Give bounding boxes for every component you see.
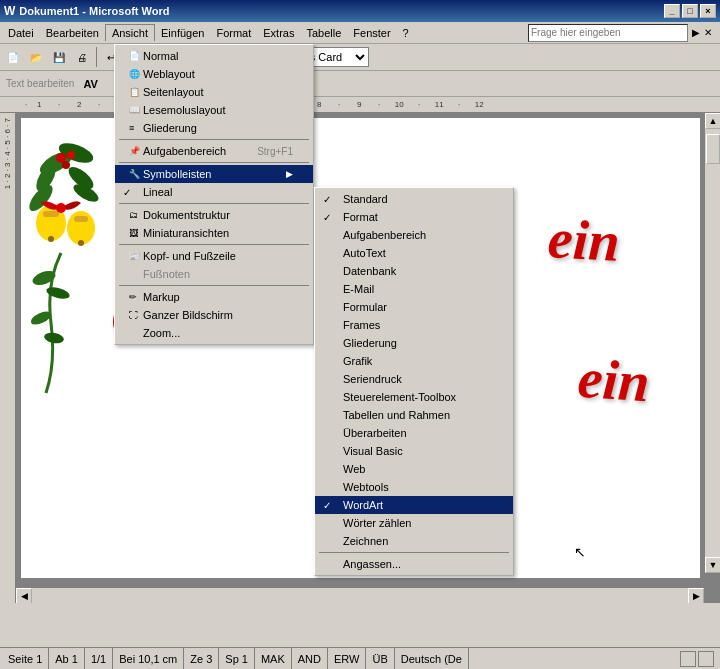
menu-item-format[interactable]: Format bbox=[210, 25, 257, 41]
symb-item-ueberarbeiten[interactable]: Überarbeiten bbox=[315, 424, 513, 442]
close-icon[interactable]: ✕ bbox=[704, 27, 712, 38]
ansicht-item-mini-icon: 🖼 bbox=[129, 228, 141, 238]
symb-item-steuerelement[interactable]: Steuerelement-Toolbox bbox=[315, 388, 513, 406]
status-sp: Sp 1 bbox=[219, 648, 255, 669]
status-pos: Bei 10,1 cm bbox=[113, 648, 184, 669]
close-button[interactable]: × bbox=[700, 4, 716, 18]
ansicht-item-dok-label: Dokumentstruktur bbox=[143, 209, 230, 221]
symb-item-anpassen-label: Angassen... bbox=[343, 558, 401, 570]
separator-4 bbox=[119, 244, 309, 245]
separator-1 bbox=[119, 139, 309, 140]
symb-item-webtools-label: Webtools bbox=[343, 481, 389, 493]
ansicht-item-ganzerbildschirm[interactable]: ⛶ Ganzer Bildschirm bbox=[115, 306, 313, 324]
symb-item-seriendruck[interactable]: Seriendruck bbox=[315, 370, 513, 388]
search-arrow-icon[interactable]: ▶ bbox=[692, 27, 700, 38]
symb-item-gliederung[interactable]: Gliederung bbox=[315, 334, 513, 352]
symb-item-web[interactable]: Web bbox=[315, 460, 513, 478]
ansicht-item-lesemodus[interactable]: 📖 Lesemoluslayout bbox=[115, 101, 313, 119]
maximize-button[interactable]: □ bbox=[682, 4, 698, 18]
symb-item-zeichnen[interactable]: Zeichnen bbox=[315, 532, 513, 550]
status-ub: ÜB bbox=[366, 648, 394, 669]
ansicht-item-gliederung-label: Gliederung bbox=[143, 122, 197, 134]
symb-item-grafik[interactable]: Grafik bbox=[315, 352, 513, 370]
menu-item-bearbeiten[interactable]: Bearbeiten bbox=[40, 25, 105, 41]
menu-item-datei[interactable]: Datei bbox=[2, 25, 40, 41]
separator1 bbox=[96, 47, 97, 67]
menu-item-einfuegen[interactable]: Einfügen bbox=[155, 25, 210, 41]
ansicht-item-symbol-icon: 🔧 bbox=[129, 169, 141, 179]
scroll-thumb-v[interactable] bbox=[706, 134, 720, 164]
symb-item-wordart-label: WordArt bbox=[343, 499, 383, 511]
ansicht-item-markup[interactable]: ✏ Markup bbox=[115, 288, 313, 306]
ansicht-item-seitenlayout[interactable]: 📋 Seitenlayout bbox=[115, 83, 313, 101]
search-input[interactable] bbox=[528, 24, 688, 42]
search-area: ▶ ✕ bbox=[522, 24, 718, 42]
save-button[interactable]: 💾 bbox=[48, 46, 70, 68]
ansicht-item-dokumentstruktur[interactable]: 🗂 Dokumentstruktur bbox=[115, 206, 313, 224]
ansicht-item-lineal[interactable]: ✓ Lineal bbox=[115, 183, 313, 201]
scrollbar-horizontal[interactable]: ◀ ▶ bbox=[16, 587, 704, 603]
scroll-right-button[interactable]: ▶ bbox=[688, 588, 704, 603]
symbolleisten-submenu: ✓ Standard ✓ Format Aufgabenbereich Auto… bbox=[314, 187, 514, 576]
symb-item-formular[interactable]: Formular bbox=[315, 298, 513, 316]
status-mak: MAK bbox=[255, 648, 292, 669]
svg-point-11 bbox=[48, 236, 54, 242]
symb-item-email[interactable]: E-Mail bbox=[315, 280, 513, 298]
symb-item-visualbasic[interactable]: Visual Basic bbox=[315, 442, 513, 460]
ansicht-item-gliederung[interactable]: ≡ Gliederung bbox=[115, 119, 313, 137]
svg-point-15 bbox=[56, 203, 66, 213]
ansicht-item-dok-icon: 🗂 bbox=[129, 210, 141, 220]
symb-item-standard[interactable]: ✓ Standard bbox=[315, 190, 513, 208]
menu-item-fenster[interactable]: Fenster bbox=[347, 25, 396, 41]
scroll-left-button[interactable]: ◀ bbox=[16, 588, 32, 603]
open-button[interactable]: 📂 bbox=[25, 46, 47, 68]
ansicht-item-symbolleisten[interactable]: 🔧 Symbolleisten ▶ bbox=[115, 165, 313, 183]
christmas-decoration bbox=[26, 123, 111, 403]
ansicht-item-kopf-label: Kopf- und Fußzeile bbox=[143, 250, 236, 262]
status-bar: Seite 1 Ab 1 1/1 Bei 10,1 cm Ze 3 Sp 1 M… bbox=[0, 647, 720, 669]
symb-item-anpassen[interactable]: Angassen... bbox=[315, 555, 513, 573]
window-title: Dokument1 - Microsoft Word bbox=[19, 5, 169, 17]
ansicht-item-lesemodus-icon: 📖 bbox=[129, 105, 141, 115]
status-ze: Ze 3 bbox=[184, 648, 219, 669]
symb-item-datenbank[interactable]: Datenbank bbox=[315, 262, 513, 280]
ansicht-item-aufgabenbereich[interactable]: 📌 Aufgabenbereich Strg+F1 bbox=[115, 142, 313, 160]
menu-item-help[interactable]: ? bbox=[397, 25, 415, 41]
ansicht-item-normal-icon: 📄 bbox=[129, 51, 141, 61]
scrollbar-vertical[interactable]: ▲ ▼ bbox=[704, 113, 720, 573]
ansicht-item-normal[interactable]: 📄 Normal bbox=[115, 47, 313, 65]
status-icons bbox=[676, 651, 718, 667]
separator-5 bbox=[119, 285, 309, 286]
symb-item-tabellen[interactable]: Tabellen und Rahmen bbox=[315, 406, 513, 424]
scroll-up-button[interactable]: ▲ bbox=[705, 113, 720, 129]
symb-item-wordart[interactable]: ✓ WordArt bbox=[315, 496, 513, 514]
ansicht-menu: 📄 Normal 🌐 Weblayout 📋 Seitenlayout 📖 Le… bbox=[114, 44, 314, 345]
check-lineal: ✓ bbox=[123, 187, 131, 198]
check-standard: ✓ bbox=[323, 194, 331, 205]
menu-item-tabelle[interactable]: Tabelle bbox=[300, 25, 347, 41]
svg-point-7 bbox=[67, 151, 75, 159]
symb-item-webtools[interactable]: Webtools bbox=[315, 478, 513, 496]
ansicht-item-zoom-label: Zoom... bbox=[143, 327, 180, 339]
symb-item-standard-label: Standard bbox=[343, 193, 388, 205]
scroll-down-button[interactable]: ▼ bbox=[705, 557, 720, 573]
ansicht-item-miniaturansichten[interactable]: 🖼 Miniaturansichten bbox=[115, 224, 313, 242]
symb-item-autotext[interactable]: AutoText bbox=[315, 244, 513, 262]
ansicht-item-fussnoten[interactable]: Fußnoten bbox=[115, 265, 313, 283]
ansicht-item-zoom[interactable]: Zoom... bbox=[115, 324, 313, 342]
print-button[interactable]: 🖨 bbox=[71, 46, 93, 68]
ruler-vertical: 1 · 2 · 3 · 4 · 5 · 6 · 7 bbox=[0, 113, 16, 603]
ansicht-item-weblayout[interactable]: 🌐 Weblayout bbox=[115, 65, 313, 83]
symb-item-aufgabenbereich[interactable]: Aufgabenbereich bbox=[315, 226, 513, 244]
menu-item-ansicht[interactable]: Ansicht bbox=[105, 24, 155, 41]
symb-item-woerterzaehlen[interactable]: Wörter zählen bbox=[315, 514, 513, 532]
status-lang: Deutsch (De bbox=[395, 648, 469, 669]
ansicht-item-kopf[interactable]: 📰 Kopf- und Fußzeile bbox=[115, 247, 313, 265]
symbol-arrow-icon: ▶ bbox=[286, 169, 293, 179]
new-button[interactable]: 📄 bbox=[2, 46, 24, 68]
minimize-button[interactable]: _ bbox=[664, 4, 680, 18]
symb-item-web-label: Web bbox=[343, 463, 365, 475]
symb-item-frames[interactable]: Frames bbox=[315, 316, 513, 334]
symb-item-format[interactable]: ✓ Format bbox=[315, 208, 513, 226]
menu-item-extras[interactable]: Extras bbox=[257, 25, 300, 41]
